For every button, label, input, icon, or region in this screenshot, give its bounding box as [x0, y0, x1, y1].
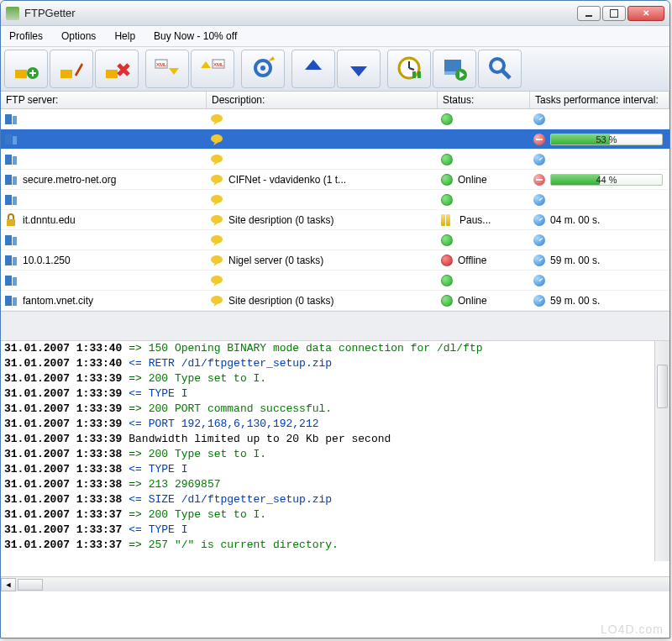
table-row[interactable]	[1, 230, 669, 250]
log-direction: <=	[129, 357, 142, 370]
table-row[interactable]: 53 %	[1, 129, 669, 150]
table-row[interactable]: secure.metro-net.orgCIFNet - vdavidenko …	[1, 170, 669, 190]
log-timestamp: 31.01.2007 1:33:37	[4, 523, 122, 536]
delete-profile-icon	[103, 55, 130, 84]
menu-item-help[interactable]: Help	[111, 29, 139, 44]
description-icon	[210, 193, 223, 207]
server-icon	[4, 113, 18, 126]
app-icon	[6, 7, 19, 20]
progress-bar: 44 %	[550, 174, 663, 186]
log-panel[interactable]: 31.01.2007 1:33:40 => 150 Opening BINARY…	[1, 341, 669, 576]
description-icon	[210, 274, 223, 287]
menu-item-buy[interactable]: Buy Now - 10% off	[150, 29, 240, 44]
svg-point-33	[211, 215, 223, 223]
stop-icon	[533, 174, 545, 186]
table-row[interactable]: it.dnntu.eduSite desription (0 tasks)Pau…	[1, 210, 669, 230]
log-direction: =>	[129, 342, 142, 355]
run-button[interactable]	[433, 50, 476, 88]
delete-profile-button[interactable]	[95, 50, 139, 88]
search-button[interactable]	[478, 50, 522, 88]
window-title: FTPGetter	[24, 7, 577, 19]
status-online-icon	[441, 194, 453, 206]
settings-button[interactable]	[241, 50, 285, 88]
scheduler-button[interactable]	[387, 50, 431, 88]
import-xml-icon: XML	[154, 55, 181, 84]
titlebar[interactable]: FTPGetter	[1, 1, 669, 26]
export-xml-button[interactable]: XML	[191, 50, 234, 88]
column-description[interactable]: Description:	[207, 92, 438, 108]
description-icon	[210, 234, 223, 247]
log-line: 31.01.2007 1:33:39 Bandwidth limited up …	[1, 432, 669, 447]
download-icon	[345, 55, 372, 84]
log-message: 200 Type set to I.	[149, 372, 266, 385]
description-icon	[210, 133, 223, 146]
table-row[interactable]: 10.0.1.250Nigel server (0 tasks)Offline5…	[1, 250, 669, 271]
log-direction: =>	[129, 539, 142, 551]
table-row[interactable]	[1, 271, 669, 291]
column-tasks[interactable]: Tasks performance interval:	[530, 92, 669, 108]
log-message: 150 Opening BINARY mode data connection …	[149, 342, 483, 355]
progress-bar: 53 %	[550, 134, 663, 145]
horizontal-scrollbar[interactable]: ◄	[1, 576, 669, 591]
log-line: 31.01.2007 1:33:37 => 200 Type set to I.	[1, 507, 669, 523]
server-icon	[4, 274, 18, 287]
svg-rect-38	[13, 257, 17, 265]
log-message: TYPE I	[149, 387, 188, 400]
import-xml-button[interactable]: XML	[145, 50, 189, 88]
log-timestamp: 31.01.2007 1:33:40	[4, 357, 122, 370]
column-server[interactable]: FTP server:	[1, 92, 207, 108]
log-direction: <=	[129, 463, 142, 475]
svg-point-31	[211, 195, 223, 203]
table-row[interactable]	[1, 150, 669, 170]
log-message: TYPE I	[149, 523, 188, 536]
upload-button[interactable]	[291, 50, 335, 88]
status-paused-icon	[441, 214, 454, 226]
column-headers[interactable]: FTP server: Description: Status: Tasks p…	[1, 92, 669, 109]
menu-item-profiles[interactable]: Profiles	[6, 29, 46, 44]
log-message: 200 Type set to I.	[149, 448, 266, 460]
server-icon	[4, 173, 18, 187]
svg-point-36	[211, 235, 223, 244]
menu-item-options[interactable]: Options	[58, 29, 99, 44]
splitter[interactable]	[1, 311, 669, 341]
stop-icon	[533, 134, 545, 145]
description-icon	[210, 213, 223, 227]
log-timestamp: 31.01.2007 1:33:39	[4, 402, 122, 415]
maximize-button[interactable]	[602, 6, 626, 21]
log-direction: <=	[129, 387, 142, 400]
watermark: LO4D.com	[601, 623, 664, 636]
table-row[interactable]	[1, 190, 669, 210]
log-message: SIZE /dl/ftpgetter_setup.zip	[149, 493, 332, 506]
close-button[interactable]	[627, 6, 664, 21]
log-direction: =>	[129, 478, 142, 491]
scroll-left-button[interactable]: ◄	[1, 578, 16, 591]
clock-icon	[533, 194, 545, 206]
status-online-icon	[441, 275, 453, 286]
server-name: 10.0.1.250	[23, 255, 71, 266]
clock-icon	[533, 113, 545, 125]
download-button[interactable]	[337, 50, 381, 88]
svg-rect-44	[13, 297, 17, 306]
column-status[interactable]: Status:	[438, 92, 530, 108]
scroll-thumb[interactable]	[657, 365, 668, 408]
clock-icon	[533, 275, 545, 286]
log-line: 31.01.2007 1:33:38 <= SIZE /dl/ftpgetter…	[1, 492, 669, 507]
scroll-thumb[interactable]	[18, 579, 43, 591]
server-name: fantom.vnet.city	[23, 295, 93, 307]
log-direction: =>	[129, 372, 142, 385]
table-row[interactable]	[1, 109, 669, 129]
edit-profile-button[interactable]	[50, 50, 93, 88]
minimize-button[interactable]	[577, 6, 601, 21]
vertical-scrollbar[interactable]	[654, 341, 669, 561]
add-profile-button[interactable]	[4, 50, 48, 88]
status-text: Paus...	[459, 214, 491, 226]
server-icon	[4, 193, 18, 207]
table-row[interactable]: fantom.vnet.citySite desription (0 tasks…	[1, 291, 669, 311]
svg-point-45	[211, 296, 223, 304]
status-text: Online	[458, 295, 487, 307]
svg-point-22	[211, 134, 223, 143]
log-message: TYPE I	[149, 463, 188, 475]
server-icon	[4, 153, 18, 166]
interval-text: 59 m. 00 s.	[550, 255, 600, 266]
server-name: secure.metro-net.org	[23, 174, 116, 186]
